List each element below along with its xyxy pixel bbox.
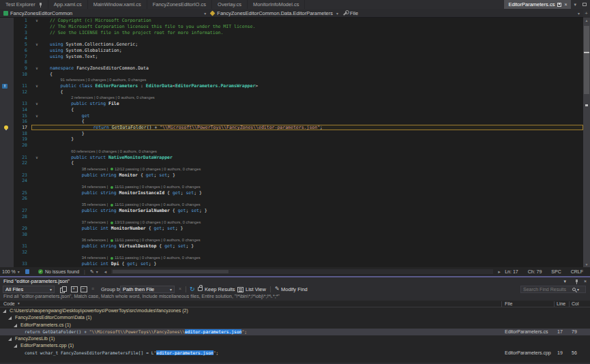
- search-input[interactable]: [523, 287, 572, 292]
- editor-horizontal-scrollbar[interactable]: [111, 269, 493, 274]
- copy-results-icon[interactable]: [60, 286, 67, 292]
- scrollbar-thumb[interactable]: [113, 270, 228, 273]
- code-line[interactable]: 2// The Microsoft Corporation licenses t…: [0, 24, 583, 30]
- result-group-row[interactable]: EditorParameters.cs (1): [0, 322, 590, 329]
- column-divider[interactable]: [501, 301, 502, 307]
- column-divider[interactable]: [554, 301, 555, 307]
- code-line[interactable]: 13∨public string File: [0, 101, 583, 107]
- code-line[interactable]: 3// See the LICENSE file in the project …: [0, 29, 583, 35]
- tab-fancyzoneseditorio-cs[interactable]: FancyZonesEditorIO.cs: [147, 0, 212, 9]
- fold-collapse-icon[interactable]: ∨: [31, 102, 42, 106]
- codelens-row[interactable]: 35 references | 11/11 passing | 0 change…: [0, 202, 583, 208]
- code-line[interactable]: 30: [0, 231, 583, 237]
- code-line[interactable]: 5∨using System.Collections.Generic;: [0, 42, 583, 48]
- code-line[interactable]: 25public string MonitorInstanceId { get;…: [0, 189, 583, 196]
- column-line[interactable]: Line: [557, 301, 565, 306]
- issues-indicator[interactable]: ✓ No issues found: [36, 269, 81, 274]
- scope-dropdown[interactable]: All Files ▾: [3, 286, 55, 293]
- codelens-row[interactable]: 38 references | 12/12 passing | 0 change…: [0, 166, 583, 172]
- result-match-row[interactable]: return GetDataFolder() + "\\Microsoft\\P…: [0, 329, 590, 335]
- list-view-button[interactable]: List View: [246, 286, 266, 292]
- tab-monitorinfomodel-cs[interactable]: MonitorInfoModel.cs: [248, 0, 306, 9]
- window-list-icon[interactable]: [582, 3, 587, 6]
- chevron-down-icon[interactable]: ▾: [563, 279, 566, 284]
- codelens-row[interactable]: 37 references | 13/13 passing | 0 change…: [0, 219, 583, 226]
- tab-mainwindow-xaml-cs[interactable]: MainWindow.xaml.cs: [88, 0, 147, 9]
- expanded-triangle-icon[interactable]: [14, 344, 17, 348]
- lightbulb-icon[interactable]: [4, 125, 8, 130]
- code-line[interactable]: 22{: [0, 160, 583, 166]
- stop-search-icon[interactable]: ×: [179, 286, 181, 291]
- chevron-down-icon[interactable]: ▾: [576, 11, 582, 16]
- codelens-row[interactable]: 2 references | 0 changes | 0 authors, 0 …: [0, 95, 583, 101]
- code-line[interactable]: 15∨get: [0, 112, 583, 119]
- code-line[interactable]: 26: [0, 196, 583, 202]
- column-indicator[interactable]: Ch: 79: [528, 269, 542, 274]
- fold-collapse-icon[interactable]: ∨: [31, 114, 42, 118]
- fold-collapse-icon[interactable]: ∨: [31, 155, 42, 160]
- codelens-row[interactable]: 36 references | 11/11 passing | 0 change…: [0, 237, 583, 243]
- search-icon[interactable]: [572, 288, 576, 291]
- code-line[interactable]: 21∨public struct NativeMonitorDataWrappe…: [0, 154, 583, 160]
- keep-results-button[interactable]: Keep Results: [205, 286, 235, 292]
- find-panel-title-bar[interactable]: Find "editor-parameters.json" ▾ ×: [0, 277, 590, 285]
- code-line[interactable]: 14{: [0, 107, 583, 113]
- column-file[interactable]: File: [505, 301, 512, 306]
- fold-collapse-icon[interactable]: ∨: [31, 18, 42, 22]
- track-changes-icon[interactable]: !: [2, 84, 8, 89]
- modify-find-button[interactable]: Modify Find: [281, 286, 308, 292]
- fold-collapse-icon[interactable]: ∨: [31, 66, 42, 70]
- code-line[interactable]: 31public string VirtualDesktop { get; se…: [0, 243, 583, 249]
- code-line[interactable]: 10{: [0, 71, 583, 77]
- code-line[interactable]: 33public int Dpi { get; set; }: [0, 261, 583, 267]
- chevron-down-icon[interactable]: ▾: [577, 287, 579, 292]
- result-match-row[interactable]: const wchar_t FancyZonesEditorParameters…: [0, 350, 590, 357]
- code-line[interactable]: 1∨// Copyright (c) Microsoft Corporation: [0, 18, 583, 24]
- expanded-triangle-icon[interactable]: [14, 324, 17, 327]
- editor-vertical-scrollbar[interactable]: ▲ ▼: [583, 18, 590, 267]
- tab-test-explorer[interactable]: Test Explorer: [0, 0, 48, 9]
- fold-collapse-icon[interactable]: ∨: [31, 84, 42, 88]
- codelens-row[interactable]: 60 references | 0 changes | 0 authors, 0…: [0, 148, 583, 154]
- scrollbar-thumb[interactable]: [584, 26, 589, 94]
- collapse-all-icon[interactable]: [80, 286, 87, 292]
- chevron-down-icon[interactable]: ▾: [571, 0, 579, 9]
- breadcrumb-project-dropdown[interactable]: FancyZonesEditorCommon: [0, 9, 72, 18]
- code-line[interactable]: 32: [0, 249, 583, 255]
- spaces-indicator[interactable]: SPC: [551, 269, 561, 274]
- code-line[interactable]: 18}: [0, 130, 583, 136]
- code-line[interactable]: 17return GetDataFolder() + "\\Microsoft\…: [0, 125, 583, 131]
- split-editor-handle[interactable]: +: [583, 10, 589, 17]
- tab-editorparameters[interactable]: EditorParameters.cs ×: [504, 0, 571, 9]
- breadcrumb-type-dropdown[interactable]: FancyZonesEditorCommon.Data.EditorParame…: [208, 9, 333, 18]
- codelens-row[interactable]: 34 references | 11/11 passing | 0 change…: [0, 184, 583, 190]
- code-line[interactable]: 7using System.Text;: [0, 53, 583, 59]
- breadcrumb-member-dropdown[interactable]: File: [340, 9, 358, 18]
- code-line[interactable]: 19}: [0, 136, 583, 142]
- expanded-triangle-icon[interactable]: [8, 337, 12, 341]
- code-line[interactable]: 20: [0, 142, 583, 149]
- code-line[interactable]: 4: [0, 35, 583, 42]
- code-line[interactable]: 29public int MonitorNumber { get; set; }: [0, 226, 583, 232]
- code-line[interactable]: 12{: [0, 89, 583, 95]
- result-group-row[interactable]: C:\Users\zhaopengwang\Desktop\powertoys\…: [0, 307, 590, 314]
- close-panel-icon[interactable]: ×: [584, 279, 587, 284]
- chevron-down-icon[interactable]: ▾: [18, 301, 20, 305]
- code-line[interactable]: 16{: [0, 119, 583, 125]
- chevron-down-icon[interactable]: ▾: [334, 11, 340, 16]
- scroll-right-arrow-icon[interactable]: ▸: [496, 269, 503, 275]
- clear-filter-icon[interactable]: ≡: [91, 286, 94, 291]
- document-health-icon[interactable]: [25, 269, 29, 274]
- codelens-row[interactable]: 34 references | 11/11 passing | 0 change…: [0, 255, 583, 261]
- line-indicator[interactable]: Ln: 17: [505, 269, 518, 274]
- scroll-left-arrow-icon[interactable]: ◂: [102, 269, 109, 275]
- refresh-icon[interactable]: ↻: [190, 286, 195, 292]
- pin-icon[interactable]: [574, 279, 578, 284]
- code-line[interactable]: 24: [0, 178, 583, 184]
- code-line[interactable]: 8: [0, 59, 583, 65]
- column-divider[interactable]: [569, 301, 570, 307]
- codelens-row[interactable]: 91 references | 0 changes | 0 authors, 0…: [0, 77, 583, 83]
- tab-app-xaml-cs[interactable]: App.xaml.cs: [48, 0, 88, 9]
- scroll-down-arrow-icon[interactable]: ▼: [583, 262, 590, 267]
- code-line[interactable]: 23public string Monitor { get; set; }: [0, 172, 583, 178]
